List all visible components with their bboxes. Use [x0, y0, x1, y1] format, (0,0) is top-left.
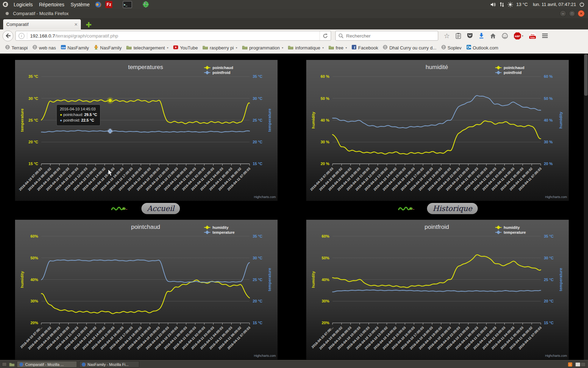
distro-logo-icon[interactable] — [2, 1, 8, 8]
svg-text:temperature: temperature — [267, 268, 272, 291]
back-button[interactable] — [2, 30, 13, 41]
bookmark-label: raspberry pi — [210, 45, 234, 50]
bookmark-item[interactable]: DSMNasFamily — [58, 44, 91, 52]
bookmark-item[interactable]: Dhal Curry ou curry d... — [380, 44, 439, 52]
download-icon — [94, 45, 98, 50]
bookmark-item[interactable]: informatique▾ — [286, 44, 326, 52]
svg-text:20 %: 20 % — [544, 162, 553, 166]
accueil-button[interactable]: Accueil — [141, 203, 180, 214]
adblock-icon[interactable]: ABP ▾ — [514, 32, 523, 40]
snake-image — [111, 204, 128, 213]
folder-icon — [126, 45, 132, 50]
bookmark-label: NasFamily — [100, 45, 121, 50]
power-icon[interactable] — [579, 2, 584, 7]
show-desktop-icon[interactable] — [2, 362, 7, 367]
bookmark-label: free — [336, 45, 343, 50]
chart-svg[interactable]: 35 °C35 °C30 °C30 °C25 °C25 °C20 °C20 °C… — [15, 60, 278, 201]
svg-text:40%: 40% — [322, 278, 329, 282]
reading-list-icon[interactable] — [456, 33, 461, 39]
bookmark-item[interactable]: NasFamily — [91, 44, 124, 52]
tab-comparatif[interactable]: Comparatif ✕ — [3, 19, 81, 29]
tray-clock[interactable]: lun. 11 avril, 07:47:21 — [533, 2, 576, 7]
taskbar-window-comparatif[interactable]: Comparatif - Mozilla ... — [17, 361, 77, 368]
hello-smiley-icon[interactable] — [502, 33, 508, 39]
minimize-button[interactable]: – — [560, 10, 566, 17]
file-manager-icon[interactable] — [9, 362, 15, 367]
network-icon[interactable] — [499, 2, 504, 7]
bookmark-item[interactable]: Terraspi — [3, 44, 30, 52]
bookmark-star-icon[interactable]: ☆ — [444, 32, 450, 40]
svg-text:30 °C: 30 °C — [28, 96, 38, 101]
home-icon[interactable] — [490, 33, 496, 39]
svg-text:40 %: 40 % — [544, 118, 553, 122]
download-arrow-icon[interactable] — [479, 33, 484, 39]
tray-notification-icon[interactable]: ! — [568, 362, 573, 367]
tooltip-date: 2016-04-10 14:45:03 — [60, 107, 97, 112]
svg-text:humidity: humidity — [212, 225, 229, 230]
bookmark-item[interactable]: programmation▾ — [240, 44, 286, 52]
svg-text:30 °C: 30 °C — [253, 96, 262, 101]
bookmark-item[interactable]: YouTube — [171, 44, 200, 52]
chart-temperatures[interactable]: 35 °C35 °C30 °C30 °C25 °C25 °C20 °C20 °C… — [15, 60, 278, 201]
scrollbar-thumb[interactable] — [584, 54, 588, 96]
svg-text:35 °C: 35 °C — [253, 74, 262, 79]
svg-text:15 °C: 15 °C — [253, 321, 262, 325]
globe-icon — [441, 45, 446, 50]
bookmark-item[interactable]: free▾ — [326, 44, 349, 52]
historique-button[interactable]: Historique — [427, 203, 478, 214]
page-scrollbar[interactable] — [584, 54, 588, 360]
youtube-button-icon[interactable]: YouTube — [529, 33, 536, 39]
page-info-icon[interactable]: i — [19, 33, 24, 39]
url-host: 192.168.0.7 — [30, 33, 55, 39]
menu-hamburger-icon[interactable] — [542, 33, 548, 38]
search-input[interactable] — [345, 33, 427, 39]
volume-icon[interactable] — [490, 2, 496, 7]
chart-svg[interactable]: 60 %60 %50 %50 %40 %40 %30 %30 %20 %20 %… — [306, 60, 569, 201]
close-button[interactable]: ✕ — [578, 10, 584, 17]
webapp-launcher-icon[interactable] — [142, 1, 149, 8]
svg-text:35 °C: 35 °C — [544, 234, 554, 238]
svg-text:temperature: temperature — [559, 268, 563, 291]
filezilla-launcher-icon[interactable]: Fz — [105, 1, 112, 8]
svg-text:25 °C: 25 °C — [253, 118, 262, 122]
svg-text:35 °C: 35 °C — [28, 74, 38, 79]
firefox-launcher-icon[interactable] — [95, 1, 101, 8]
pocket-icon[interactable] — [467, 33, 473, 39]
reload-icon[interactable] — [320, 31, 331, 40]
bookmark-item[interactable]: raspberry pi▾ — [200, 44, 240, 52]
weather-sun-icon[interactable] — [507, 2, 513, 7]
taskbar-window-nasfamily[interactable]: NasFamily - Mozilla Fi... — [79, 361, 139, 368]
menu-logiciels[interactable]: Logiciels — [10, 0, 36, 9]
bookmark-label: Outlook.com — [473, 45, 498, 50]
bookmark-item[interactable]: fFacebook — [349, 44, 380, 52]
search-bar[interactable] — [335, 31, 438, 41]
new-tab-button[interactable] — [83, 20, 94, 29]
menu-repertoires[interactable]: Répertoires — [36, 0, 67, 9]
chart-humidite[interactable]: 60 %60 %50 %50 %40 %40 %30 %30 %20 %20 %… — [306, 60, 569, 201]
page-content: 35 °C35 °C30 °C30 °C25 °C25 °C20 °C20 °C… — [0, 54, 588, 360]
bookmark-item[interactable]: web nas — [30, 44, 58, 52]
bookmark-item[interactable]: telechargement▾ — [124, 44, 171, 52]
chart-svg[interactable]: 60%35 °C50%30 °C40%25 °C30%20 °C20%15 °C… — [15, 220, 278, 360]
url-bar[interactable]: i 192.168.0.7 /terraspi/graph/comparatif… — [15, 31, 331, 41]
dsm-icon: DSM — [61, 45, 66, 50]
bookmark-label: Soplev — [448, 45, 462, 50]
svg-text:Highcharts.com: Highcharts.com — [545, 195, 567, 199]
workspace-switcher-icon[interactable] — [575, 362, 586, 367]
svg-text:humidity: humidity — [504, 225, 520, 230]
bookmark-item[interactable]: Soplev — [439, 44, 464, 52]
chart-pointchaud[interactable]: 60%35 °C50%30 °C40%25 °C30%20 °C20%15 °C… — [15, 220, 278, 360]
bookmark-item[interactable]: Outlook.com — [464, 44, 501, 52]
chevron-down-icon: ▾ — [345, 46, 347, 49]
tab-close-icon[interactable]: ✕ — [74, 22, 78, 27]
window-titlebar[interactable]: Comparatif - Mozilla Firefox – □ ✕ — [0, 9, 588, 18]
svg-text:20 °C: 20 °C — [253, 140, 262, 144]
svg-text:15 °C: 15 °C — [253, 162, 262, 166]
svg-text:50%: 50% — [30, 256, 38, 260]
svg-text:20 %: 20 % — [321, 162, 329, 166]
chart-pointfroid[interactable]: 60%35 °C50%30 °C40%25 °C30%20 °C20%15 °C… — [306, 220, 569, 360]
chart-svg[interactable]: 60%35 °C50%30 °C40%25 °C30%20 °C20%15 °C… — [306, 220, 569, 360]
terminal-launcher-icon[interactable]: ▸_ — [123, 1, 132, 8]
menu-systeme[interactable]: Système — [68, 0, 93, 9]
maximize-button[interactable]: □ — [569, 10, 575, 17]
